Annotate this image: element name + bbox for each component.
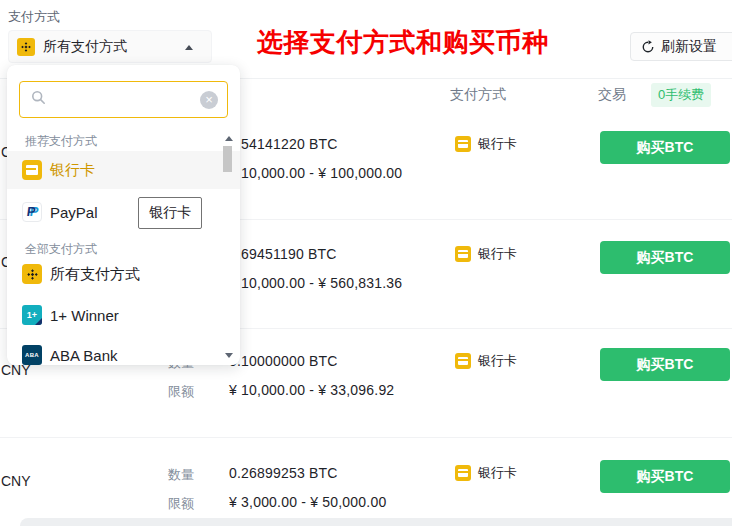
payment-method-select[interactable]: 所有支付方式 — [8, 30, 212, 63]
payment-method-cell: 银行卡 — [455, 135, 517, 153]
zero-fee-badge: 0手续费 — [651, 83, 711, 107]
dropdown-item-bank-card[interactable]: 银行卡 — [7, 151, 240, 189]
quantity-value: 0.10000000 BTC — [229, 353, 338, 369]
buy-btc-button[interactable]: 购买BTC — [600, 460, 730, 493]
buy-btc-button[interactable]: 购买BTC — [600, 131, 730, 164]
binance-icon — [17, 38, 35, 56]
search-input[interactable] — [53, 81, 200, 118]
price-currency: CNY — [1, 473, 31, 489]
payment-method-cell: 银行卡 — [455, 245, 517, 263]
bank-card-icon — [22, 160, 42, 180]
paypal-icon: PP — [22, 202, 42, 222]
one-plus-winner-icon: 1+ — [22, 305, 42, 325]
scrollbar-up-arrow[interactable] — [225, 136, 233, 141]
binance-icon — [22, 264, 42, 284]
p2p-buy-page: 支付方式 所有支付方式 选择支付方式和购买币种 刷新设置 支付方式 交易 0手续… — [0, 0, 732, 526]
payment-search-box[interactable]: × — [19, 81, 228, 118]
payment-method-cell: 银行卡 — [455, 464, 517, 482]
scrollbar-down-arrow[interactable] — [225, 353, 233, 358]
limit-value: ¥ 10,000.00 - ¥ 33,096.92 — [229, 382, 394, 398]
buy-btc-button[interactable]: 购买BTC — [600, 348, 730, 381]
limit-value: ¥ 3,000.00 - ¥ 50,000.00 — [229, 494, 386, 510]
payment-method-cell: 银行卡 — [455, 352, 517, 370]
dropdown-item-aba-bank[interactable]: ABA ABA Bank — [7, 336, 240, 365]
bank-card-tooltip: 银行卡 — [138, 197, 202, 229]
payment-filter-label: 支付方式 — [8, 8, 60, 26]
dropdown-item-1plus-winner[interactable]: 1+ 1+ Winner — [7, 296, 240, 334]
limit-value: ¥ 10,000.00 - ¥ 100,000.00 — [229, 165, 402, 181]
bank-card-icon — [455, 353, 471, 369]
scrollbar-thumb[interactable] — [223, 146, 232, 172]
bank-card-icon — [455, 136, 471, 152]
payment-select-value: 所有支付方式 — [43, 38, 127, 56]
chevron-up-icon — [185, 45, 193, 50]
dropdown-item-all-payment-methods[interactable]: 所有支付方式 — [7, 255, 240, 293]
limit-label: 限额 — [168, 495, 194, 513]
header-trade: 交易 — [598, 86, 626, 104]
annotation-text: 选择支付方式和购买币种 — [257, 25, 549, 60]
quantity-label: 数量 — [168, 466, 194, 484]
clear-search-icon[interactable]: × — [200, 91, 218, 109]
limit-value: ¥ 10,000.00 - ¥ 560,831.36 — [229, 275, 402, 291]
search-icon — [31, 90, 46, 109]
payment-method-dropdown: × 推荐支付方式 银行卡 PP PayPal 银行卡 全部支付方式 所有支付方式… — [7, 65, 240, 365]
section-title-recommended: 推荐支付方式 — [25, 133, 97, 150]
refresh-settings-button[interactable]: 刷新设置 — [630, 32, 732, 61]
limit-label: 限额 — [168, 383, 194, 401]
offer-row: CNY 数量 限额 0.26899253 BTC ¥ 3,000.00 - ¥ … — [0, 465, 732, 526]
refresh-icon — [641, 40, 655, 54]
quantity-value: 0.54141220 BTC — [229, 136, 338, 152]
row-divider — [0, 437, 732, 438]
bottom-section-edge — [20, 518, 732, 526]
bank-card-icon — [455, 246, 471, 262]
bank-card-icon — [455, 465, 471, 481]
header-payment-method: 支付方式 — [450, 86, 506, 104]
quantity-value: 0.69451190 BTC — [229, 246, 337, 262]
quantity-value: 0.26899253 BTC — [229, 465, 338, 481]
buy-btc-button[interactable]: 购买BTC — [600, 241, 730, 274]
dropdown-item-paypal[interactable]: PP PayPal — [7, 193, 240, 231]
aba-bank-icon: ABA — [22, 345, 42, 365]
